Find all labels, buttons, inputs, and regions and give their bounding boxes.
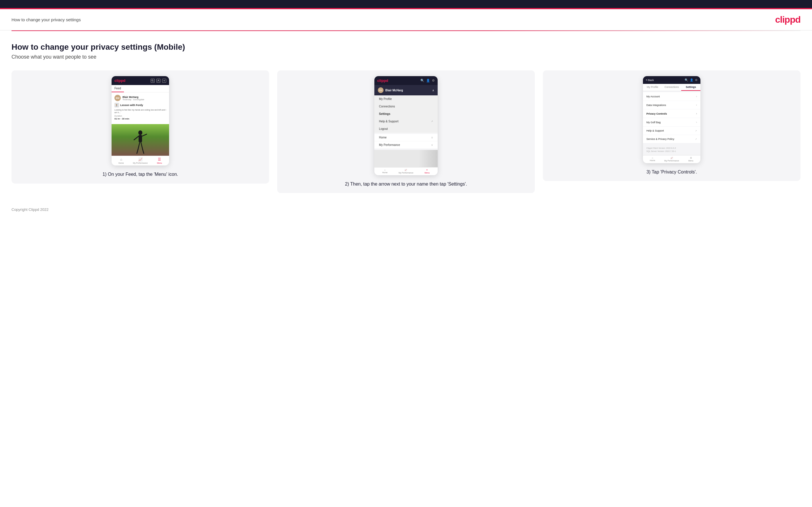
my-account-chevron: › (696, 95, 697, 98)
data-integrations-chevron: › (696, 103, 697, 107)
section-my-performance[interactable]: My Performance ∨ (374, 141, 438, 149)
dropdown-menu: My Profile Connections Settings Help & S… (374, 95, 438, 133)
performance-label-p3: My Performance (664, 160, 679, 162)
settings-label: Settings (379, 112, 390, 115)
golfer-svg (132, 130, 149, 156)
my-golf-bag-label: My Golf Bag (646, 121, 661, 124)
list-help-support[interactable]: Help & Support ↗ (643, 127, 701, 135)
settings-icon[interactable] (162, 79, 166, 83)
phone2-bottom-nav: ⌂ Home 📈 My Performance ✕ Menu (374, 167, 438, 175)
header: How to change your privacy settings clip… (0, 9, 812, 31)
page-subheading: Choose what you want people to see (11, 54, 801, 60)
profile-icon-p2[interactable]: 👤 (426, 79, 430, 82)
section-home[interactable]: Home ∨ (374, 134, 438, 141)
svg-line-9 (141, 142, 143, 149)
back-label: Back (648, 79, 654, 81)
phone1-header: clippd (111, 76, 169, 85)
top-bar (0, 0, 812, 8)
background-peek (374, 150, 438, 167)
back-chevron: < (646, 78, 648, 81)
help-support-ext: ↗ (695, 129, 697, 132)
sql-version: SQL Server Version: 2022.7.30-1 (646, 150, 697, 153)
list-my-account[interactable]: My Account › (643, 92, 701, 101)
dropdown-avatar: BM (378, 87, 384, 93)
feed-tab[interactable]: Feed (111, 85, 124, 92)
step-3-card: < Back 🔍 👤 ⚙ My Profile Connections Sett… (543, 70, 801, 181)
step-2-caption: 2) Then, tap the arrow next to your name… (345, 181, 467, 187)
back-button[interactable]: < Back (646, 78, 654, 81)
settings-tabs: My Profile Connections Settings (643, 84, 701, 91)
page-heading: How to change your privacy settings (Mob… (11, 43, 801, 52)
my-profile-label: My Profile (379, 97, 392, 101)
nav-performance[interactable]: 📈 My Performance (131, 157, 150, 164)
nav-menu-p3[interactable]: ☰ Menu (681, 157, 701, 162)
phone3-header: < Back 🔍 👤 ⚙ (643, 76, 701, 84)
menu-help-support[interactable]: Help & Support ↗ (374, 118, 438, 125)
phone2-header: clippd 🔍 👤 ⚙ (374, 76, 438, 85)
user-name: Blair McHarg (122, 96, 144, 99)
main-content: How to change your privacy settings (Mob… (0, 31, 812, 199)
menu-settings[interactable]: Settings (374, 110, 438, 118)
connections-label: Connections (379, 105, 395, 108)
step-2-card: clippd 🔍 👤 ⚙ BM Blair McHarg ∧ (277, 70, 535, 193)
lesson-desc: Looking to feel like my hands are exitin… (114, 109, 166, 114)
lesson-icon: 🏌 (114, 103, 119, 107)
list-data-integrations[interactable]: Data Integrations › (643, 101, 701, 109)
nav-menu[interactable]: ☰ Menu (150, 157, 169, 164)
list-service-privacy[interactable]: Service & Privacy Policy ↗ (643, 135, 701, 143)
phone1-logo: clippd (114, 78, 125, 83)
search-icon-p2[interactable]: 🔍 (420, 79, 424, 82)
phone2-logo: clippd (377, 78, 388, 83)
nav-home-p3[interactable]: ⌂ Home (643, 157, 662, 162)
nav-performance-p2[interactable]: 📈 My Performance (395, 169, 416, 174)
profile-icon[interactable] (156, 79, 160, 83)
home-label-p3: Home (650, 159, 655, 161)
tab-my-profile[interactable]: My Profile (643, 84, 662, 91)
my-golf-bag-chevron: › (696, 121, 697, 124)
section-nav: Home ∨ My Performance ∨ (374, 133, 438, 150)
phone-2-mockup: clippd 🔍 👤 ⚙ BM Blair McHarg ∧ (374, 76, 438, 175)
performance-section-label: My Performance (379, 143, 400, 147)
performance-icon: 📈 (138, 157, 143, 161)
privacy-controls-label: Privacy Controls (646, 112, 667, 115)
client-version: Clippd Client Version: 2022.8.3-3 (646, 147, 697, 150)
list-my-golf-bag[interactable]: My Golf Bag › (643, 118, 701, 126)
external-icon: ↗ (431, 120, 433, 123)
svg-point-3 (164, 80, 164, 81)
nav-performance-p3[interactable]: 📈 My Performance (662, 157, 681, 162)
settings-list: My Account › Data Integrations › Privacy… (643, 91, 701, 145)
svg-line-11 (143, 149, 144, 153)
home-icon-p2: ⌂ (385, 169, 386, 171)
list-privacy-controls[interactable]: Privacy Controls › (643, 109, 701, 118)
dropdown-user-row[interactable]: BM Blair McHarg ∧ (374, 85, 438, 95)
dropdown-username: Blair McHarg (385, 89, 403, 92)
header-title: How to change your privacy settings (11, 17, 81, 22)
menu-connections[interactable]: Connections (374, 103, 438, 110)
nav-close[interactable]: ✕ Menu (417, 169, 438, 174)
tab-settings[interactable]: Settings (681, 84, 701, 91)
step-1-caption: 1) On your Feed, tap the 'Menu' icon. (102, 171, 178, 177)
tab-connections[interactable]: Connections (662, 84, 681, 91)
logout-label: Logout (379, 127, 388, 130)
menu-close-label: Menu (425, 172, 430, 174)
settings-icon-p3[interactable]: ⚙ (695, 78, 698, 81)
svg-line-7 (142, 134, 147, 136)
search-icon-p3[interactable]: 🔍 (684, 78, 688, 81)
menu-my-profile[interactable]: My Profile (374, 95, 438, 103)
settings-icon-p2[interactable]: ⚙ (432, 79, 435, 82)
menu-logout[interactable]: Logout (374, 125, 438, 133)
nav-home-p2[interactable]: ⌂ Home (374, 169, 395, 174)
post-content: BM Blair McHarg Yesterday · Sunningdale … (111, 93, 169, 124)
version-info: Clippd Client Version: 2022.8.3-3 SQL Se… (643, 145, 701, 155)
svg-point-0 (152, 79, 153, 81)
svg-point-4 (138, 130, 142, 135)
nav-home[interactable]: ⌂ Home (111, 157, 131, 164)
home-icon: ⌂ (120, 157, 122, 161)
profile-icon-p3[interactable]: 👤 (690, 78, 693, 81)
duration-value: 01 hr : 30 min (114, 117, 166, 120)
home-label-p2: Home (382, 171, 388, 173)
search-icon[interactable] (151, 79, 155, 83)
home-label: Home (118, 162, 124, 164)
footer: Copyright Clippd 2022 (0, 199, 812, 220)
duration-label: Duration (114, 115, 166, 117)
